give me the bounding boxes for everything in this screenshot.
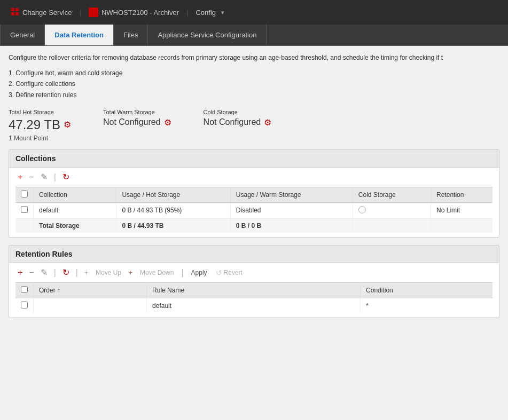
move-down-label: Move Down (140, 269, 174, 276)
collections-header: Collections (9, 150, 499, 168)
hot-storage-mount-point: 1 Mount Point (9, 134, 71, 142)
cold-storage-item: Cold Storage Not Configured ⚙ (204, 109, 272, 128)
row-usage-warm: Disabled (230, 202, 353, 218)
main-content: Configure the rollover criteria for remo… (0, 46, 508, 333)
row-retention: No Limit (431, 202, 493, 218)
svg-rect-3 (15, 12, 19, 15)
rules-add-button[interactable]: + (15, 267, 25, 278)
hot-storage-value: 47.29 TB (9, 117, 60, 132)
rules-apply-button[interactable]: Apply (188, 268, 210, 278)
total-retention (431, 218, 493, 233)
retention-rules-section: Retention Rules + − ✎ | ↻ | + Move Up + … (9, 245, 499, 318)
cold-storage-gear-icon[interactable]: ⚙ (264, 117, 271, 128)
row-cold-storage (353, 202, 431, 218)
svg-rect-1 (15, 8, 19, 11)
down-arrow-icon: + (127, 268, 135, 277)
revert-label: Revert (224, 269, 243, 276)
warm-storage-item: Total Warm Storage Not Configured ⚙ (103, 109, 171, 128)
rules-header-checkbox[interactable] (21, 286, 28, 293)
rules-remove-button[interactable]: − (27, 267, 36, 278)
plus-icon: + (82, 268, 90, 277)
rule-row-checkbox[interactable] (21, 302, 28, 308)
config-button[interactable]: Config ▾ (190, 9, 230, 17)
row-checkbox[interactable] (21, 206, 28, 213)
step-3: 3. Define retention rules (9, 90, 499, 100)
step-2: 2. Configure collections (9, 78, 499, 89)
device-name-button[interactable]: NWHOST2100 - Archiver (83, 7, 184, 17)
warm-storage-value-row: Not Configured ⚙ (103, 117, 171, 128)
tab-appliance-service-config[interactable]: Appliance Service Configuration (148, 25, 267, 45)
collections-col-retention: Retention (431, 187, 493, 202)
cold-storage-radio[interactable] (358, 206, 366, 213)
total-cold (353, 218, 431, 233)
change-service-button[interactable]: Change Service (5, 7, 77, 18)
collections-body: + − ✎ | ↻ Collection Usage (9, 168, 499, 237)
archiver-icon (89, 7, 98, 17)
collections-section: Collections + − ✎ | ↻ Collection (9, 149, 499, 237)
steps-list: 1. Configure hot, warm and cold storage … (9, 68, 499, 100)
rule-row-order (34, 298, 147, 313)
retention-rules-table: Order ↑ Rule Name Condition (15, 282, 493, 313)
tab-data-retention[interactable]: Data Retention (45, 25, 114, 45)
change-service-icon (11, 7, 19, 18)
collections-remove-button[interactable]: − (27, 172, 36, 183)
rules-refresh-button[interactable]: ↻ (60, 267, 72, 278)
rules-col-checkbox (15, 282, 34, 298)
rules-toolbar-sep3: | (181, 268, 183, 278)
separator-1: | (77, 9, 83, 17)
collections-add-button[interactable]: + (15, 172, 25, 183)
storage-summary: Total Hot Storage 47.29 TB ⚙ 1 Mount Poi… (9, 109, 499, 142)
rule-row-checkbox-cell (15, 298, 34, 313)
table-row: default 0 B / 44.93 TB (95%) Disabled No… (15, 202, 493, 218)
top-bar: Change Service | NWHOST2100 - Archiver |… (0, 0, 508, 25)
collections-col-checkbox (15, 187, 34, 202)
total-checkbox-cell (15, 218, 34, 233)
rules-edit-button[interactable]: ✎ (38, 267, 50, 278)
move-up-label: Move Up (96, 269, 121, 276)
total-label: Total Storage (34, 218, 116, 233)
rules-toolbar-sep2: | (76, 268, 78, 278)
rules-toolbar-sep1: | (54, 268, 56, 278)
cold-storage-label: Cold Storage (204, 109, 272, 115)
warm-storage-label: Total Warm Storage (103, 109, 171, 115)
device-name-label: NWHOST2100 - Archiver (101, 9, 179, 17)
retention-rules-toolbar: + − ✎ | ↻ | + Move Up + Move Down | Appl… (15, 267, 493, 278)
collections-col-cold: Cold Storage (353, 187, 431, 202)
collections-col-collection: Collection (34, 187, 116, 202)
rule-row-name: default (147, 298, 361, 313)
collections-refresh-button[interactable]: ↻ (60, 172, 72, 183)
collections-table: Collection Usage / Hot Storage Usage / W… (15, 187, 493, 233)
rules-move-up-button[interactable]: Move Up (92, 268, 124, 278)
total-usage-warm: 0 B / 0 B (230, 218, 353, 233)
rules-col-condition: Condition (361, 282, 493, 298)
chevron-down-icon: ▾ (221, 9, 224, 16)
rules-move-down-button[interactable]: Move Down (137, 268, 177, 278)
collections-edit-button[interactable]: ✎ (38, 172, 50, 183)
change-service-label: Change Service (22, 9, 72, 17)
tab-general[interactable]: General (0, 25, 45, 45)
table-row: default * (15, 298, 493, 313)
hot-storage-label: Total Hot Storage (9, 109, 71, 115)
hot-storage-gear-icon[interactable]: ⚙ (64, 120, 71, 130)
retention-rules-header: Retention Rules (9, 245, 499, 263)
row-collection: default (34, 202, 116, 218)
rules-col-order: Order ↑ (34, 282, 147, 298)
row-checkbox-cell (15, 202, 34, 218)
revert-icon: ↺ (216, 268, 222, 277)
retention-rules-body: + − ✎ | ↻ | + Move Up + Move Down | Appl… (9, 263, 499, 318)
warm-storage-gear-icon[interactable]: ⚙ (164, 117, 171, 128)
collections-col-usage-warm: Usage / Warm Storage (230, 187, 353, 202)
warm-storage-value: Not Configured (103, 117, 161, 127)
svg-rect-2 (11, 12, 14, 15)
config-label: Config (196, 9, 216, 17)
hot-storage-item: Total Hot Storage 47.29 TB ⚙ 1 Mount Poi… (9, 109, 71, 142)
description-text: Configure the rollover criteria for remo… (9, 53, 499, 62)
rules-revert-button[interactable]: ↺ Revert (213, 267, 246, 278)
row-usage-hot: 0 B / 44.93 TB (95%) (116, 202, 230, 218)
tab-files[interactable]: Files (114, 25, 148, 45)
tab-bar: General Data Retention Files Appliance S… (0, 25, 508, 46)
hot-storage-value-row: 47.29 TB ⚙ (9, 117, 71, 132)
collections-col-usage-hot: Usage / Hot Storage (116, 187, 230, 202)
collections-header-checkbox[interactable] (21, 191, 28, 197)
svg-rect-0 (11, 8, 14, 11)
